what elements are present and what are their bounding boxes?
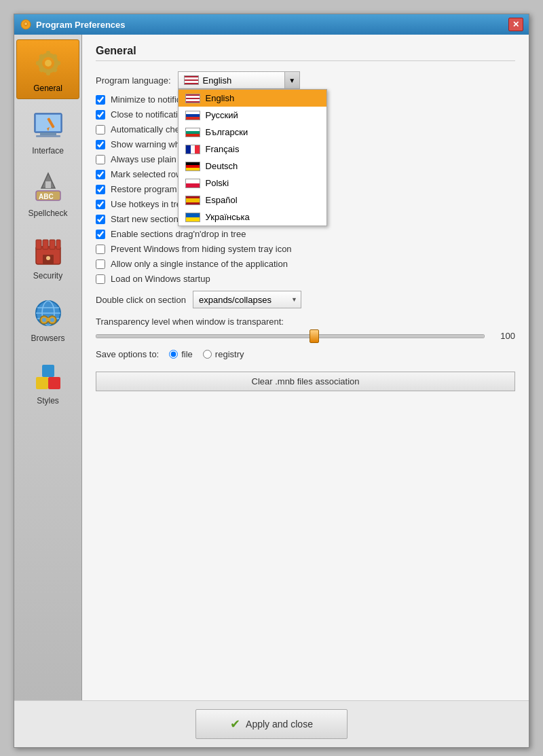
checkbox-renaming-input[interactable] [96,215,105,224]
flag-fr [185,145,200,154]
svg-rect-5 [46,70,50,75]
lang-option-uk[interactable]: Українська [179,209,326,226]
lang-label-fr: Français [206,144,240,154]
double-click-select[interactable]: expands/collapses opens note opens setti… [193,291,301,308]
dropdown-arrow-icon: ▼ [284,72,299,88]
svg-point-38 [50,318,54,322]
language-dropdown[interactable]: English ▼ [178,71,300,89]
svg-point-37 [42,318,46,322]
flag-de [185,162,200,171]
checkbox-minimize-tray-input[interactable] [96,95,105,105]
sidebar-label-general: General [33,84,62,93]
clear-association-button[interactable]: Clear .mnb files association [96,372,515,391]
svg-rect-24 [43,240,48,249]
flag-es [185,196,200,205]
browsers-icon [31,295,66,331]
slider-thumb[interactable] [310,329,319,343]
svg-rect-14 [40,132,56,135]
svg-rect-41 [42,365,54,377]
lang-label-pl: Polski [206,178,229,188]
save-file-label: file [181,349,193,359]
checkbox-mark-row-input[interactable] [96,170,105,179]
language-row: Program language: English ▼ English [96,71,515,89]
checkbox-single-instance-input[interactable] [96,259,105,269]
checkbox-dragdrop-input[interactable] [96,230,105,239]
sidebar-item-browsers[interactable]: Browsers [16,289,79,349]
svg-rect-23 [36,240,41,249]
sidebar-label-security: Security [33,271,62,281]
lang-option-es[interactable]: Español [179,192,326,209]
checkbox-restore-input[interactable] [96,185,105,194]
flag-en [185,94,200,103]
transparency-slider[interactable] [96,334,485,338]
language-dropdown-wrapper: English ▼ English Русский [178,71,300,89]
lang-label-es: Español [206,195,238,205]
checkbox-prevent-hiding-input[interactable] [96,245,105,254]
sidebar-item-styles[interactable]: Styles [16,352,79,412]
window-title: Program Preferences [36,20,126,30]
apply-close-button[interactable]: ✔ Apply and close [195,709,348,739]
lang-label-en: English [206,93,235,103]
checkbox-hotkeys-input[interactable] [96,200,105,209]
svg-point-1 [24,22,27,25]
checkbox-load-startup-input[interactable] [96,274,105,284]
svg-rect-39 [36,377,48,389]
lang-option-bg[interactable]: Български [179,124,326,141]
svg-rect-40 [48,377,60,389]
checkmark-icon: ✔ [230,717,240,732]
flag-ua [185,213,200,222]
sidebar-item-general[interactable]: General [16,39,79,99]
checkbox-dragdrop-label: Enable sections drag'n'drop in tree [111,229,246,239]
save-file-radio[interactable] [169,350,178,359]
section-title: General [96,45,515,61]
sidebar-label-browsers: Browsers [31,334,64,343]
checkbox-plain-text-input[interactable] [96,155,105,164]
save-file-option[interactable]: file [169,349,193,359]
selected-flag [184,75,199,85]
checkbox-show-warning-input[interactable] [96,140,105,149]
checkbox-load-startup-label: Load on Windows startup [111,274,210,284]
sidebar-label-styles: Styles [37,396,59,406]
footer: ✔ Apply and close [14,700,529,747]
general-icon [31,46,66,81]
svg-rect-26 [56,240,60,249]
lang-option-ru[interactable]: Русский [179,107,326,124]
lang-option-pl[interactable]: Polski [179,175,326,192]
lang-option-fr[interactable]: Français [179,141,326,158]
lang-label-ru: Русский [206,110,238,120]
checkbox-single-instance-label: Allow only a single instance of the appl… [111,259,288,269]
selected-language: English [203,75,232,86]
sidebar-item-spellcheck[interactable]: ABC Spellcheck [16,164,79,224]
sidebar-item-interface[interactable]: Interface [16,102,79,162]
main-content: General Interface [14,35,529,700]
lang-label-bg: Български [206,127,248,137]
transparency-slider-row: 100 [96,331,515,341]
checkbox-load-startup: Load on Windows startup [96,274,515,284]
interface-icon [31,108,66,143]
checkbox-close-tray-input[interactable] [96,110,105,120]
svg-text:ABC: ABC [39,193,54,200]
checkbox-auto-check-input[interactable] [96,125,105,134]
checkbox-prevent-hiding-label: Prevent Windows from hiding system tray … [111,244,292,254]
save-registry-label: registry [215,349,244,359]
program-preferences-window: Program Preferences ✕ [14,14,529,748]
security-icon [31,233,66,268]
title-bar-left: Program Preferences [20,18,126,31]
lang-option-en[interactable]: English [179,90,326,107]
save-registry-radio[interactable] [203,350,212,359]
close-button[interactable]: ✕ [508,18,523,31]
sidebar-label-interface: Interface [32,146,64,156]
flag-bg [185,128,200,137]
checkbox-prevent-hiding: Prevent Windows from hiding system tray … [96,244,515,254]
app-icon [20,18,32,31]
save-registry-option[interactable]: registry [203,349,244,359]
svg-rect-15 [36,135,60,137]
double-click-row: Double click on section expands/collapse… [96,291,515,308]
lang-option-de[interactable]: Deutsch [179,158,326,175]
transparency-label: Transparency level when window is transp… [96,317,515,327]
svg-point-3 [45,60,52,67]
main-panel: General Program language: English ▼ Engl… [82,35,529,700]
svg-rect-25 [50,240,55,249]
double-click-select-wrapper: expands/collapses opens note opens setti… [193,291,301,308]
sidebar-item-security[interactable]: Security [16,227,79,287]
